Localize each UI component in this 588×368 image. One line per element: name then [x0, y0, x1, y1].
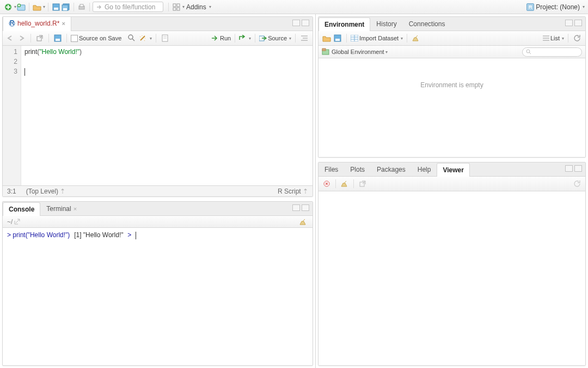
- console-pane: Console Terminal × ~/ > print("Hello Wor…: [2, 201, 313, 366]
- source-tabstrip: R hello_world.R* ×: [3, 17, 313, 31]
- broom-viewer-icon[interactable]: [340, 179, 350, 189]
- grid-icon[interactable]: [171, 2, 181, 12]
- save-source-icon[interactable]: [53, 33, 63, 43]
- globe-icon: [322, 47, 329, 57]
- wand-dropdown[interactable]: ▾: [150, 36, 152, 41]
- open-file-icon[interactable]: [32, 2, 42, 12]
- maximize-icon[interactable]: [574, 165, 582, 172]
- tab-help[interactable]: Help: [412, 162, 437, 176]
- popout-viewer-icon[interactable]: [358, 179, 367, 189]
- goto-file-input[interactable]: Go to file/function: [93, 2, 163, 12]
- svg-rect-7: [63, 8, 67, 10]
- print-icon[interactable]: [77, 2, 87, 12]
- goto-placeholder: Go to file/function: [105, 3, 155, 11]
- minimize-icon[interactable]: [565, 165, 573, 172]
- tab-environment[interactable]: Environment: [318, 17, 370, 31]
- svg-rect-38: [322, 49, 326, 51]
- code-editor[interactable]: 123 print("Hello World!"): [3, 46, 313, 185]
- addins-dropdown[interactable]: ▾: [209, 4, 211, 9]
- svg-rect-4: [54, 8, 58, 10]
- source-on-save-label[interactable]: Source on Save: [79, 35, 121, 41]
- env-scopebar: Global Environment ▾: [318, 46, 585, 58]
- source-statusbar: 3:1 (Top Level) ⇡ R Script ⇡: [3, 185, 313, 196]
- find-icon[interactable]: [127, 33, 137, 43]
- rerun-dropdown[interactable]: ▾: [249, 36, 251, 41]
- env-tabstrip: Environment History Connections: [318, 17, 585, 31]
- refresh-env-icon[interactable]: [572, 33, 582, 43]
- svg-point-20: [128, 35, 133, 39]
- svg-rect-13: [177, 8, 180, 10]
- back-icon[interactable]: [6, 33, 16, 43]
- tab-connections[interactable]: Connections: [403, 17, 451, 31]
- scope-label[interactable]: (Top Level) ⇡: [26, 188, 66, 195]
- svg-text:R: R: [10, 20, 15, 27]
- source-button[interactable]: Source: [268, 35, 287, 41]
- tab-history[interactable]: History: [370, 17, 402, 31]
- project-label[interactable]: Project: (None): [534, 3, 581, 11]
- import-dropdown[interactable]: ▾: [401, 36, 403, 41]
- addins-button[interactable]: Addins: [185, 3, 208, 11]
- broom-icon[interactable]: [298, 217, 308, 227]
- save-icon[interactable]: [51, 2, 61, 12]
- main-toolbar: ▾ ▾ Go to file/function ▾ Addins ▾ R Pro…: [0, 0, 588, 14]
- save-env-icon[interactable]: [333, 33, 342, 43]
- cursor-pos: 3:1: [7, 188, 16, 195]
- outline-icon[interactable]: [299, 33, 309, 43]
- broom-env-icon[interactable]: [411, 33, 421, 43]
- close-terminal-icon[interactable]: ×: [74, 206, 77, 212]
- checkbox-icon[interactable]: [71, 33, 78, 43]
- forward-icon[interactable]: [17, 33, 27, 43]
- source-tab-filename: hello_world.R*: [17, 20, 59, 27]
- env-scope-dropdown[interactable]: ▾: [385, 50, 388, 55]
- open-recent-dropdown[interactable]: ▾: [43, 4, 45, 9]
- svg-rect-11: [177, 4, 180, 7]
- import-button[interactable]: Import Dataset: [359, 35, 399, 41]
- viewer-pane: Files Plots Packages Help Viewer: [318, 162, 586, 366]
- close-tab-icon[interactable]: ×: [62, 20, 65, 27]
- list-view-button[interactable]: List: [550, 35, 560, 41]
- project-dropdown[interactable]: ▾: [583, 4, 585, 9]
- notebook-icon[interactable]: [160, 33, 170, 43]
- project-r-icon: R: [526, 3, 534, 11]
- console-body[interactable]: > print("Hello World!") [1] "Hello World…: [3, 228, 313, 365]
- svg-rect-12: [173, 8, 176, 10]
- source-arrow-icon: [259, 33, 267, 43]
- run-arrow-icon: [211, 33, 219, 43]
- path-popout-icon[interactable]: [14, 217, 21, 227]
- goto-arrow-icon: [96, 2, 103, 12]
- code-body[interactable]: print("Hello World!"): [21, 46, 313, 185]
- refresh-viewer-icon[interactable]: [572, 179, 582, 189]
- wand-icon[interactable]: [138, 33, 148, 43]
- new-project-icon[interactable]: [16, 2, 26, 12]
- viewer-body: [318, 191, 585, 365]
- tab-console[interactable]: Console: [3, 202, 40, 216]
- new-file-icon[interactable]: [3, 2, 13, 12]
- tab-terminal[interactable]: Terminal ×: [40, 202, 83, 215]
- svg-rect-19: [71, 35, 78, 41]
- env-search-input[interactable]: [522, 47, 582, 57]
- maximize-icon[interactable]: [302, 20, 309, 26]
- tab-viewer[interactable]: Viewer: [437, 163, 469, 177]
- minimize-icon[interactable]: [292, 20, 300, 26]
- save-all-icon[interactable]: [61, 2, 71, 12]
- source-tab[interactable]: R hello_world.R* ×: [3, 16, 71, 31]
- remove-viewer-icon[interactable]: [322, 179, 332, 189]
- minimize-icon[interactable]: [292, 204, 300, 211]
- maximize-icon[interactable]: [574, 20, 582, 26]
- tab-plots[interactable]: Plots: [344, 162, 371, 176]
- lang-label[interactable]: R Script ⇡: [278, 188, 308, 195]
- list-view-icon: [543, 33, 549, 43]
- svg-rect-29: [335, 39, 340, 41]
- maximize-icon[interactable]: [302, 204, 309, 211]
- popout-icon[interactable]: [35, 33, 45, 43]
- source-dropdown[interactable]: ▾: [289, 36, 291, 41]
- run-button[interactable]: Run: [220, 35, 231, 41]
- env-scope-label[interactable]: Global Environment: [332, 49, 384, 55]
- minimize-icon[interactable]: [565, 20, 573, 26]
- list-dropdown[interactable]: ▾: [562, 36, 564, 41]
- open-env-icon[interactable]: [322, 33, 332, 43]
- import-grid-icon: [351, 33, 358, 43]
- tab-packages[interactable]: Packages: [371, 162, 412, 176]
- rerun-icon[interactable]: [239, 33, 247, 43]
- tab-files[interactable]: Files: [318, 162, 344, 176]
